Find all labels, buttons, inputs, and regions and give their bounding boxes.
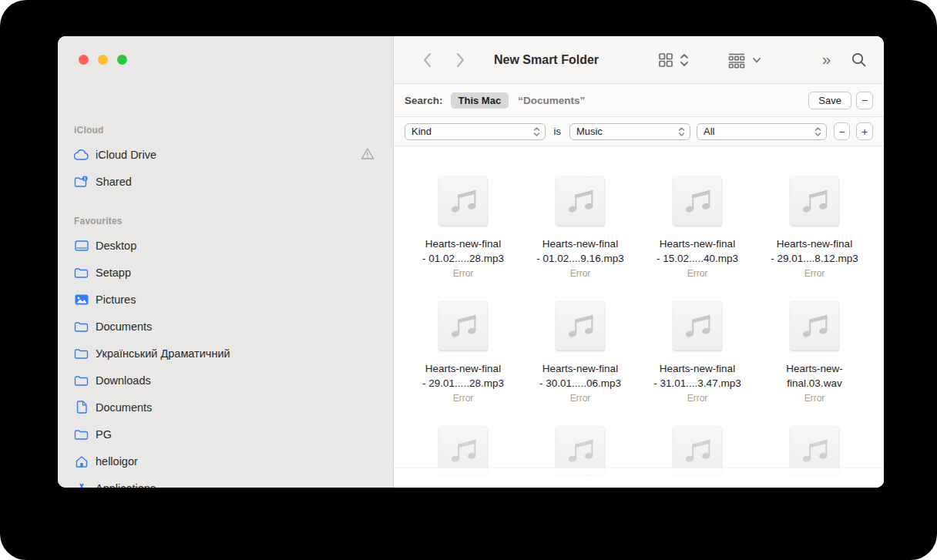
sidebar-item-icloud-drive[interactable]: iCloud Drive <box>58 141 393 168</box>
sidebar-item-label: PG <box>96 428 112 441</box>
content-pane: New Smart Folder » <box>394 36 884 488</box>
file-name: Hearts-new-final- 29.01.....28.mp3 <box>422 361 504 391</box>
remove-criterion-button[interactable]: − <box>834 122 851 140</box>
sidebar-item-label: iCloud Drive <box>96 149 156 161</box>
sidebar-item-documents-file[interactable]: Documents <box>58 394 393 421</box>
file-name: Hearts-new-final- 29.01....8.12.mp3 <box>771 236 858 266</box>
sidebar-item-label: Pictures <box>96 293 136 306</box>
search-bar: Search: This Mac “Documents” Save − <box>394 84 884 117</box>
file-item[interactable]: Hearts-new-final- 30.01.....06.mp3 Error <box>522 301 639 404</box>
filter-row: Kind is Music All − + <box>394 117 884 146</box>
cloud-icon <box>74 147 89 162</box>
folder-icon <box>74 373 89 387</box>
sidebar-item-shared[interactable]: Shared <box>58 168 393 195</box>
sidebar-item-label: Applications <box>96 482 156 488</box>
forward-button[interactable] <box>449 49 472 72</box>
sidebar-item-label: Український Драматичний <box>96 347 230 360</box>
operator-label: is <box>552 126 563 137</box>
sidebar-item-documents-folder[interactable]: Documents <box>58 313 393 340</box>
file-name: Hearts-new-final- 31.01....3.47.mp3 <box>653 361 741 391</box>
file-grid: Hearts-new-final- 01.02.....28.mp3 Error… <box>394 146 884 488</box>
sidebar-item-helloigor[interactable]: helloigor <box>58 448 393 474</box>
file-item[interactable]: Hearts-new-final- 29.01....8.12.mp3 Erro… <box>756 176 873 279</box>
secondary-select[interactable]: All <box>697 123 827 140</box>
search-icon[interactable] <box>847 49 870 72</box>
music-file-icon <box>673 301 722 350</box>
stepper-icon <box>533 126 540 137</box>
toolbar: New Smart Folder » <box>394 36 884 84</box>
file-item[interactable]: Hearts-new-final.03.wav Error <box>756 301 873 404</box>
scope-this-mac-button[interactable]: This Mac <box>451 92 509 109</box>
file-name: Hearts-new-final- 30.01.....06.mp3 <box>539 361 621 391</box>
sidebar-item-applications[interactable]: Applications <box>58 474 393 488</box>
music-file-icon <box>556 301 605 350</box>
zoom-window-button[interactable] <box>117 55 127 65</box>
music-file-icon <box>438 176 488 226</box>
file-status: Error <box>453 268 474 279</box>
music-file-icon <box>438 301 488 350</box>
close-window-button[interactable] <box>79 55 89 65</box>
attribute-select[interactable]: Kind <box>405 123 546 140</box>
back-button[interactable] <box>415 49 438 72</box>
file-status: Error <box>687 393 708 404</box>
group-by-icon <box>727 52 747 69</box>
music-file-icon <box>556 176 605 226</box>
file-status: Error <box>570 393 591 404</box>
music-file-icon <box>790 176 839 226</box>
sidebar-item-label: helloigor <box>96 455 138 468</box>
shared-folder-icon <box>74 174 89 189</box>
sidebar-item-label: Documents <box>96 401 152 414</box>
file-item[interactable]: Hearts-new-final- 01.02.....28.mp3 Error <box>405 176 522 279</box>
more-toolbar-items-button[interactable]: » <box>822 51 831 69</box>
sidebar-section-favourites: Favourites <box>58 210 393 232</box>
search-label: Search: <box>405 95 443 106</box>
music-file-icon <box>790 301 839 350</box>
file-status: Error <box>570 268 591 279</box>
file-status: Error <box>804 393 825 404</box>
remove-search-button[interactable]: − <box>856 92 873 109</box>
sidebar: iCloud iCloud Drive Shared Favourites <box>58 36 394 488</box>
stepper-icon <box>678 126 685 137</box>
sidebar-item-pg[interactable]: PG <box>58 421 393 448</box>
sidebar-item-label: Setapp <box>96 267 131 279</box>
add-criterion-button[interactable]: + <box>856 122 873 140</box>
grid-view-icon <box>657 52 674 69</box>
file-item[interactable]: Hearts-new-final- 01.02....9.16.mp3 Erro… <box>522 176 639 279</box>
search-query: “Documents” <box>518 95 585 106</box>
folder-icon <box>74 319 89 334</box>
sidebar-section-icloud: iCloud <box>58 119 393 141</box>
file-name: Hearts-new-final- 15.02.....40.mp3 <box>657 236 738 266</box>
sidebar-item-label: Desktop <box>96 240 136 252</box>
minimize-window-button[interactable] <box>98 55 108 65</box>
pictures-icon <box>74 292 89 307</box>
file-item[interactable]: Hearts-new-final- 31.01....3.47.mp3 Erro… <box>639 301 756 404</box>
file-status: Error <box>453 393 474 404</box>
updown-chevron-icon <box>680 52 689 68</box>
file-name: Hearts-new-final.03.wav <box>786 361 843 391</box>
file-name: Hearts-new-final- 01.02....9.16.mp3 <box>536 236 623 266</box>
file-name: Hearts-new-final- 01.02.....28.mp3 <box>422 236 504 266</box>
file-item[interactable]: Hearts-new-final- 29.01.....28.mp3 Error <box>405 301 522 404</box>
finder-window: iCloud iCloud Drive Shared Favourites <box>58 36 884 488</box>
sidebar-item-pictures[interactable]: Pictures <box>58 286 393 313</box>
sidebar-item-ukrainian-dramatic[interactable]: Український Драматичний <box>58 340 393 367</box>
folder-icon <box>74 427 89 441</box>
folder-icon <box>74 265 89 280</box>
app-store-icon <box>74 481 89 488</box>
home-icon <box>74 454 89 468</box>
sidebar-item-desktop[interactable]: Desktop <box>58 232 393 259</box>
value-select[interactable]: Music <box>569 123 690 140</box>
desktop-icon <box>74 238 89 253</box>
file-item[interactable]: Hearts-new-final- 15.02.....40.mp3 Error <box>639 176 756 279</box>
sidebar-item-downloads[interactable]: Downloads <box>58 367 393 394</box>
sidebar-item-setapp[interactable]: Setapp <box>58 259 393 286</box>
save-button[interactable]: Save <box>808 92 851 109</box>
warning-icon <box>361 147 374 160</box>
stepper-icon <box>814 126 821 137</box>
window-title: New Smart Folder <box>494 53 599 67</box>
window-controls <box>79 55 127 65</box>
file-status: Error <box>687 268 708 279</box>
group-by-control[interactable] <box>727 52 761 69</box>
folder-icon <box>74 346 89 360</box>
view-mode-control[interactable] <box>657 52 689 69</box>
